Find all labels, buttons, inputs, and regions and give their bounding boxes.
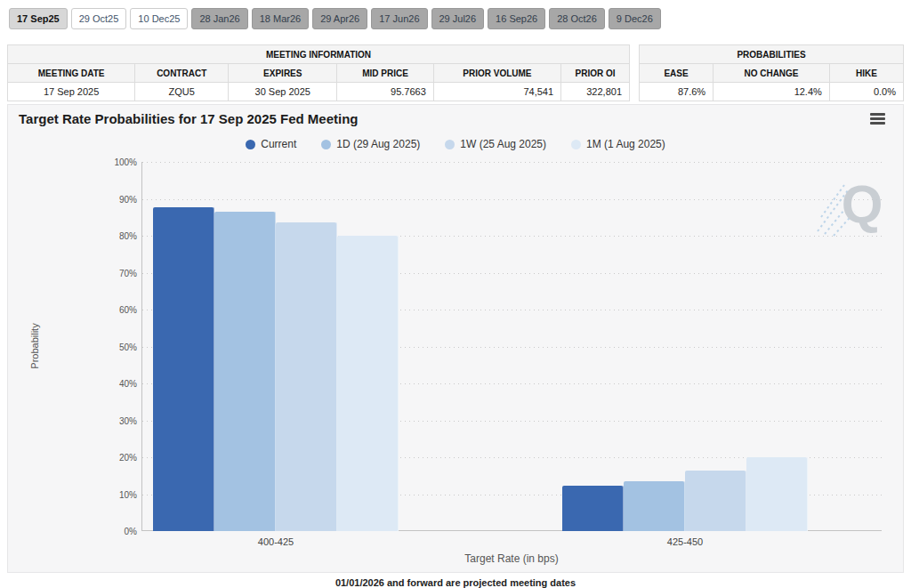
meeting-date-tab[interactable]: 16 Sep26 bbox=[488, 8, 545, 29]
meeting-date-tab[interactable]: 29 Jul26 bbox=[431, 8, 485, 29]
y-axis-tick-label: 90% bbox=[100, 194, 137, 204]
meeting-date-tab[interactable]: 28 Oct26 bbox=[549, 8, 605, 29]
no-change-probability-value: 12.4% bbox=[713, 83, 830, 101]
fedwatch-page: 17 Sep25 29 Oct25 10 Dec25 28 Jan26 18 M… bbox=[0, 0, 911, 588]
y-axis-tick-label: 100% bbox=[100, 157, 137, 167]
legend-label: 1D (29 Aug 2025) bbox=[336, 138, 420, 150]
chart-bar[interactable] bbox=[624, 481, 685, 531]
gridline bbox=[142, 162, 882, 163]
gridline bbox=[142, 199, 882, 200]
column-header: NO CHANGE bbox=[713, 64, 830, 83]
hamburger-menu-icon[interactable] bbox=[870, 113, 885, 126]
meeting-info-table: MEETING INFORMATION MEETING DATE CONTRAC… bbox=[7, 44, 630, 101]
table-row: 87.6% 12.4% 0.0% bbox=[640, 83, 904, 101]
meeting-date-tab[interactable]: 18 Mar26 bbox=[252, 8, 309, 29]
plot-area: 0%10%20%30%40%50%60%70%80%90%100%400-425… bbox=[141, 162, 882, 531]
meeting-date-tab[interactable]: 10 Dec25 bbox=[130, 8, 188, 29]
probabilities-table: PROBABILITIES EASE NO CHANGE HIKE 87.6% … bbox=[639, 44, 904, 101]
info-tables: MEETING INFORMATION MEETING DATE CONTRAC… bbox=[7, 44, 904, 101]
chart-bar[interactable] bbox=[746, 457, 808, 531]
legend-item[interactable]: 1M (1 Aug 2025) bbox=[571, 138, 665, 150]
legend-item[interactable]: 1W (25 Aug 2025) bbox=[445, 138, 546, 150]
ease-probability-value: 87.6% bbox=[640, 83, 713, 101]
legend-label: Current bbox=[261, 138, 296, 150]
y-axis-tick-label: 70% bbox=[100, 268, 137, 278]
legend-label: 1M (1 Aug 2025) bbox=[586, 138, 665, 150]
y-axis-tick-label: 30% bbox=[100, 415, 137, 425]
column-header: MID PRICE bbox=[337, 64, 433, 83]
legend-item[interactable]: Current bbox=[246, 138, 296, 150]
chart-bar[interactable] bbox=[153, 207, 214, 531]
column-header: HIKE bbox=[829, 64, 903, 83]
table-row: 17 Sep 2025 ZQU5 30 Sep 2025 95.7663 74,… bbox=[8, 83, 630, 101]
meeting-date-tab[interactable]: 28 Jan26 bbox=[191, 8, 247, 29]
meeting-date-tab[interactable]: 29 Apr26 bbox=[312, 8, 367, 29]
meeting-date-value: 17 Sep 2025 bbox=[8, 83, 135, 101]
legend-item[interactable]: 1D (29 Aug 2025) bbox=[321, 138, 420, 150]
chart-bar[interactable] bbox=[214, 212, 276, 531]
chart-bar[interactable] bbox=[337, 236, 399, 531]
column-header: PRIOR VOLUME bbox=[433, 64, 560, 83]
mid-price-value: 95.7663 bbox=[337, 83, 433, 101]
legend-dot-icon bbox=[571, 140, 581, 149]
chart-bar[interactable] bbox=[562, 486, 624, 531]
meeting-info-group-header: MEETING INFORMATION bbox=[8, 45, 630, 64]
legend-dot-icon bbox=[246, 140, 255, 149]
legend-label: 1W (25 Aug 2025) bbox=[460, 138, 546, 150]
x-axis-category-label: 425-450 bbox=[562, 536, 808, 547]
expires-value: 30 Sep 2025 bbox=[229, 83, 337, 101]
column-header: MEETING DATE bbox=[8, 64, 135, 83]
prior-oi-value: 322,801 bbox=[561, 83, 630, 101]
footer-note: 01/01/2026 and forward are projected mee… bbox=[0, 577, 911, 588]
meeting-date-tabs: 17 Sep25 29 Oct25 10 Dec25 28 Jan26 18 M… bbox=[0, 0, 911, 29]
legend-dot-icon bbox=[445, 140, 455, 149]
y-axis-tick-label: 40% bbox=[100, 379, 137, 389]
chart-title: Target Rate Probabilities for 17 Sep 202… bbox=[19, 111, 359, 126]
chart-panel: Target Rate Probabilities for 17 Sep 202… bbox=[7, 104, 904, 573]
y-axis-tick-label: 0% bbox=[100, 527, 137, 536]
chart-bar[interactable] bbox=[685, 471, 746, 531]
probabilities-group-header: PROBABILITIES bbox=[640, 45, 904, 64]
column-header: EASE bbox=[640, 64, 713, 83]
prior-volume-value: 74,541 bbox=[433, 83, 560, 101]
y-axis-tick-label: 60% bbox=[100, 305, 137, 315]
y-axis-tick-label: 80% bbox=[100, 231, 137, 241]
y-axis-tick-label: 20% bbox=[100, 453, 137, 463]
watermark-letter: Q bbox=[842, 174, 883, 234]
meeting-date-tab[interactable]: 29 Oct25 bbox=[71, 8, 127, 29]
y-axis-tick-label: 50% bbox=[100, 342, 137, 351]
meeting-date-tab[interactable]: 17 Jun26 bbox=[371, 8, 427, 29]
column-header: PRIOR OI bbox=[561, 64, 630, 83]
meeting-date-tab[interactable]: 17 Sep25 bbox=[9, 8, 68, 29]
x-axis-title: Target Rate (in bps) bbox=[141, 552, 882, 565]
chart-bar[interactable] bbox=[276, 222, 337, 531]
meeting-date-tab[interactable]: 9 Dec26 bbox=[609, 8, 661, 29]
y-axis-tick-label: 10% bbox=[100, 489, 137, 499]
x-axis-category-label: 400-425 bbox=[153, 536, 399, 547]
y-axis-title: Probability bbox=[29, 323, 40, 368]
contract-value: ZQU5 bbox=[135, 83, 229, 101]
quikstrike-watermark-icon: Q bbox=[816, 167, 887, 242]
legend-dot-icon bbox=[321, 140, 331, 149]
chart-legend: Current1D (29 Aug 2025)1W (25 Aug 2025)1… bbox=[8, 138, 903, 150]
column-header: CONTRACT bbox=[135, 64, 229, 83]
hike-probability-value: 0.0% bbox=[829, 83, 903, 101]
column-header: EXPIRES bbox=[229, 64, 337, 83]
